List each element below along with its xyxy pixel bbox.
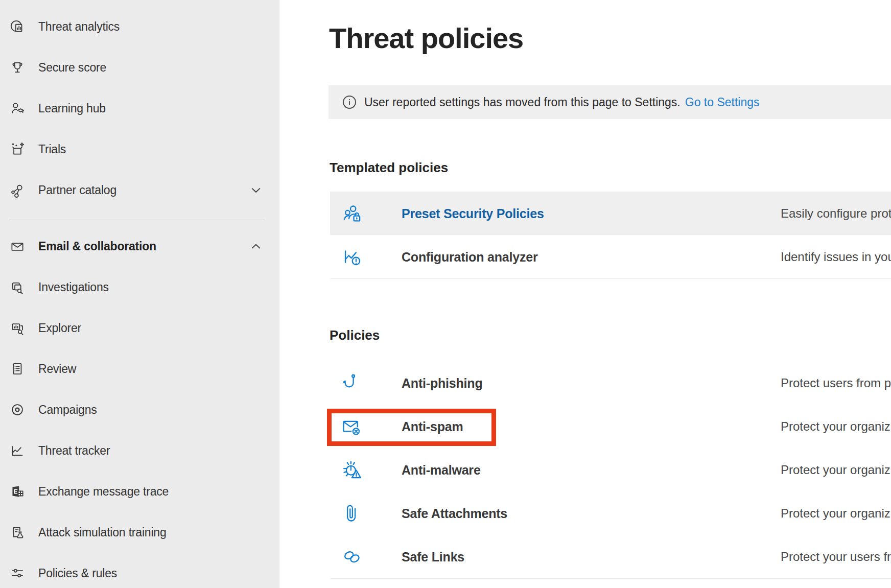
row-safe-links[interactable]: Safe Links Protect your users fr [330,535,891,579]
row-anti-malware[interactable]: Anti-malware Protect your organiz [330,448,891,492]
explorer-icon [9,319,26,337]
chevron-down-icon[interactable] [249,183,263,197]
row-label[interactable]: Anti-phishing [402,375,482,390]
sidebar-divider [9,220,265,220]
chain-links-icon [340,545,364,569]
row-configuration-analyzer[interactable]: Configuration analyzer Identify issues i… [330,235,891,279]
templated-policies-heading: Templated policies [330,160,448,176]
envelope-icon [9,238,26,255]
row-label[interactable]: Preset Security Policies [402,206,544,221]
sidebar-item-policies-rules[interactable]: Policies & rules [0,557,279,588]
sidebar-item-label: Partner catalog [38,183,116,197]
sidebar-item-label: Threat analytics [38,20,120,34]
sidebar-item-exchange-message-trace[interactable]: Exchange message trace [0,475,279,508]
trophy-icon [9,59,26,76]
row-description: Protect your users fr [781,550,891,564]
bug-warning-icon [340,458,364,482]
sidebar-item-attack-simulation-training[interactable]: Attack simulation training [0,516,279,549]
row-anti-phishing[interactable]: Anti-phishing Protect users from p [330,361,891,405]
info-banner: User reported settings has moved from th… [329,85,891,119]
threat-tracker-icon [9,442,26,459]
sidebar-item-label: Threat tracker [38,444,110,458]
sidebar-item-review[interactable]: Review [0,352,279,385]
investigations-icon [9,278,26,296]
sliders-icon [9,565,26,582]
campaigns-icon [9,401,26,418]
sidebar-item-label: Learning hub [38,102,106,115]
sidebar-item-label: Email & collaboration [38,240,156,253]
sidebar-item-secure-score[interactable]: Secure score [0,51,279,84]
paperclip-icon [340,502,364,525]
row-description: Protect your organiz [781,506,890,521]
configuration-analyzer-icon [340,245,364,269]
attack-simulation-icon [9,524,26,541]
sidebar-item-threat-tracker[interactable]: Threat tracker [0,434,279,467]
row-label[interactable]: Anti-malware [402,462,481,477]
trials-icon [9,140,26,158]
sidebar-item-learning-hub[interactable]: Learning hub [0,92,279,125]
row-description: Protect your organiz [781,463,890,477]
sidebar-item-label: Campaigns [38,403,97,417]
review-icon [9,360,26,378]
learning-hub-icon [9,100,26,117]
sidebar-item-partner-catalog[interactable]: Partner catalog [0,174,279,206]
page-title: Threat policies [329,21,523,55]
chevron-up-icon[interactable] [249,240,263,253]
envelope-block-icon [340,415,364,438]
row-preset-security-policies[interactable]: Preset Security Policies Easily configur… [330,192,891,235]
banner-message: User reported settings has moved from th… [364,96,681,109]
sidebar-item-label: Investigations [38,280,109,294]
sidebar-item-campaigns[interactable]: Campaigns [0,393,279,426]
row-description: Identify issues in you [781,250,891,264]
exchange-icon [9,483,26,500]
row-description: Protect your organiz [781,419,890,434]
row-description: Easily configure prot [781,206,891,221]
row-safe-attachments[interactable]: Safe Attachments Protect your organiz [330,491,891,535]
sidebar-item-label: Attack simulation training [38,526,166,539]
threat-analytics-icon [9,18,26,35]
sidebar-item-label: Explorer [38,321,81,335]
sidebar-item-label: Exchange message trace [38,485,169,499]
policies-heading: Policies [330,327,380,343]
preset-security-icon [340,202,364,225]
fish-hook-icon [340,371,364,395]
sidebar-item-label: Policies & rules [38,567,117,580]
partner-catalog-icon [9,181,26,199]
sidebar-item-label: Secure score [38,61,106,75]
sidebar-item-label: Review [38,362,76,376]
row-description: Protect users from p [781,376,891,390]
threat-policies-page: Threat analytics Secure score [0,0,891,588]
sidebar-item-email-collaboration[interactable]: Email & collaboration [0,230,279,263]
sidebar-item-threat-analytics[interactable]: Threat analytics [0,10,279,43]
go-to-settings-link[interactable]: Go to Settings [685,96,760,109]
row-anti-spam[interactable]: Anti-spam Protect your organiz [330,405,891,449]
sidebar-item-label: Trials [38,143,66,156]
sidebar-item-investigations[interactable]: Investigations [0,271,279,303]
sidebar: Threat analytics Secure score [0,0,279,588]
row-label[interactable]: Configuration analyzer [402,249,537,264]
row-label[interactable]: Anti-spam [402,419,463,434]
row-label[interactable]: Safe Attachments [402,506,507,521]
sidebar-item-trials[interactable]: Trials [0,133,279,166]
info-icon [342,95,357,109]
sidebar-item-explorer[interactable]: Explorer [0,312,279,344]
row-label[interactable]: Safe Links [402,549,464,564]
